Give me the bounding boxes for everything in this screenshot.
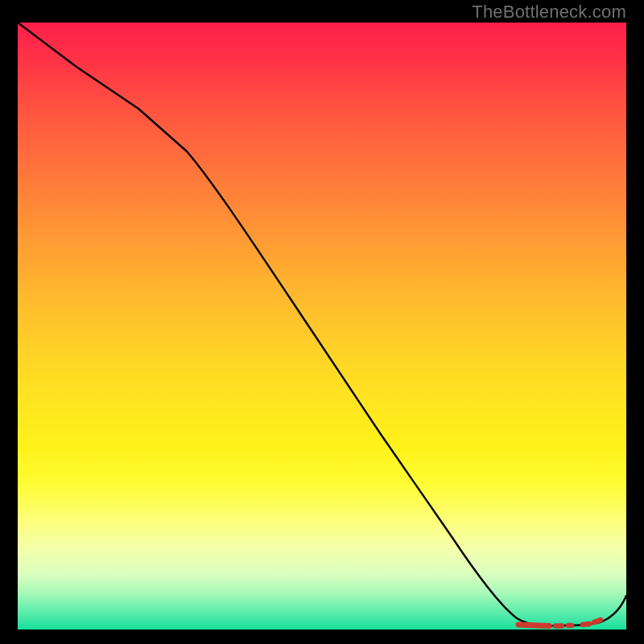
flat-region-dash-3 — [583, 624, 589, 625]
flat-region-marker — [518, 625, 549, 626]
watermark-text: TheBottleneck.com — [472, 2, 626, 23]
bottleneck-curve-line — [18, 23, 626, 625]
chart-overlay — [18, 23, 626, 630]
flat-region-dash-4 — [594, 620, 601, 622]
chart-frame: TheBottleneck.com — [0, 0, 644, 644]
